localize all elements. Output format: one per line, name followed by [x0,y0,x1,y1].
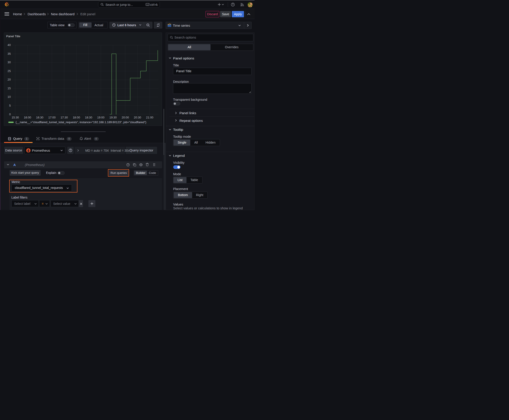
svg-text:35: 35 [8,52,11,55]
svg-text:20:00: 20:00 [122,116,129,119]
svg-text:17:30: 17:30 [60,116,68,119]
svg-text:16:30: 16:30 [36,116,43,119]
svg-text:20: 20 [8,78,11,81]
svg-text:18:30: 18:30 [85,116,92,119]
svg-text:21:00: 21:00 [146,116,153,119]
svg-text:17:00: 17:00 [48,116,56,119]
svg-text:16:00: 16:00 [24,116,31,119]
svg-text:40: 40 [8,43,11,47]
svg-text:15:30: 15:30 [11,116,19,119]
svg-text:20:30: 20:30 [134,116,141,119]
svg-text:19:30: 19:30 [109,116,117,119]
svg-text:25: 25 [8,69,11,73]
svg-text:10: 10 [8,95,11,98]
svg-text:18:00: 18:00 [73,116,80,119]
svg-text:19:00: 19:00 [97,116,105,119]
svg-text:30: 30 [8,60,11,64]
svg-text:5: 5 [9,104,11,107]
svg-text:15: 15 [8,86,11,90]
svg-text:0: 0 [9,112,11,116]
